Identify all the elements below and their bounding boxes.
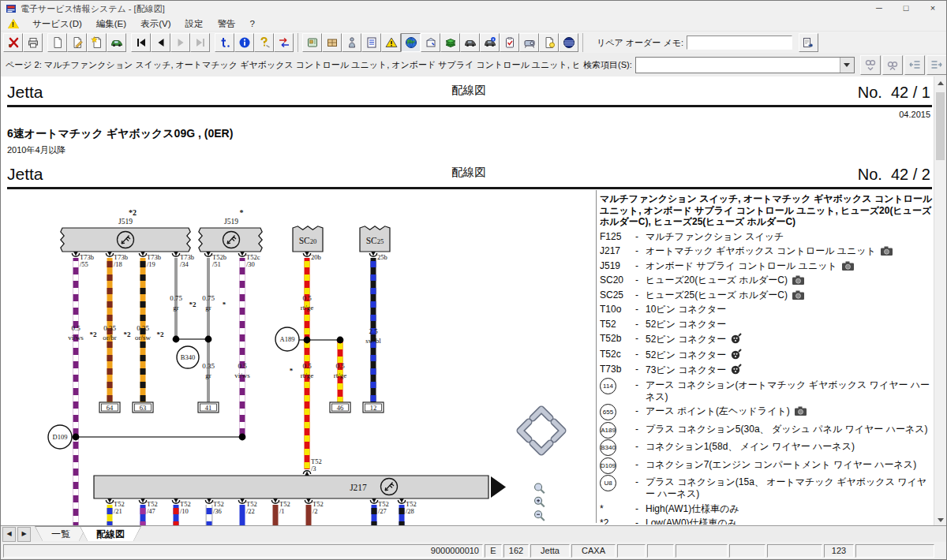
pin-T52-27[interactable] <box>370 498 377 503</box>
plug-icon[interactable] <box>730 349 742 360</box>
pin-T52-1[interactable] <box>271 498 279 503</box>
find-previous-button[interactable] <box>882 55 903 75</box>
toolbar-vehicle-id-card-button[interactable] <box>302 33 322 52</box>
toolbar-parts-catalog-button[interactable] <box>322 33 342 52</box>
toolbar-exit-button[interactable] <box>3 33 23 52</box>
camera-icon[interactable] <box>794 405 807 416</box>
minimize-button[interactable]: ─ <box>866 1 893 17</box>
svg-text:*: * <box>223 301 226 308</box>
pin-25b[interactable] <box>369 252 376 256</box>
svg-text:0.35: 0.35 <box>103 324 116 332</box>
pin-T52-2[interactable] <box>305 498 312 503</box>
diagram-pan-pad[interactable] <box>511 401 571 461</box>
memo-send-button[interactable] <box>799 33 818 52</box>
zoom-tool-icon <box>535 483 545 493</box>
menu-item-?[interactable]: ? <box>242 19 261 28</box>
toolbar-print-button[interactable] <box>23 33 43 52</box>
pin-T52-28[interactable] <box>398 498 405 503</box>
scrollbar-thumb[interactable] <box>936 92 945 160</box>
toolbar-checklist-button[interactable] <box>500 33 519 52</box>
pin-T52-47[interactable] <box>139 498 146 503</box>
jump-forward-button[interactable] <box>926 55 947 75</box>
legend-item-SC20: SC20-ヒューズ20(ヒューズ ホルダーC) <box>600 274 934 286</box>
toolbar-transfer-button[interactable] <box>274 33 294 52</box>
close-button[interactable]: × <box>919 1 946 17</box>
tab-scroll-right-button[interactable]: ▶ <box>17 527 31 542</box>
pin-T52-3[interactable] <box>303 471 310 476</box>
junction-dot <box>173 336 180 343</box>
camera-icon[interactable] <box>792 274 805 286</box>
toolbar-return-button[interactable] <box>215 33 234 52</box>
component-box-j519[interactable] <box>61 228 190 252</box>
pin-T73b-55[interactable] <box>72 252 79 256</box>
toolbar-component-box-button[interactable] <box>421 33 440 52</box>
toolbar-info-button[interactable] <box>234 33 254 52</box>
camera-icon[interactable] <box>841 260 855 271</box>
legend-item-F125: F125-マルチファンクション スイッチ <box>600 231 934 243</box>
component-box-j217[interactable] <box>94 476 506 498</box>
toolbar-wiring-diagram-mode-button[interactable] <box>401 33 421 52</box>
toolbar-vehicle-data-button[interactable] <box>107 33 126 52</box>
legend-text: ヒューズ25(ヒューズ ホルダーC) <box>646 289 934 301</box>
sheet-tab-inactive[interactable]: 一覧 <box>35 526 87 541</box>
camera-icon[interactable] <box>880 245 893 256</box>
pin-T73b-18[interactable] <box>106 252 113 256</box>
pin-T52b-51[interactable] <box>204 252 211 256</box>
toolbar-service-person-button[interactable] <box>342 33 361 52</box>
toolbar-labour-values-button[interactable] <box>440 33 460 52</box>
scroll-down-button[interactable] <box>934 513 946 526</box>
zoom-tools[interactable] <box>528 482 552 526</box>
pin-T73b-34[interactable] <box>172 252 179 256</box>
legend-dash: - <box>635 349 646 360</box>
toolbar-nav-next-button[interactable] <box>170 33 190 52</box>
svg-text:*2: *2 <box>157 330 165 338</box>
camera-icon[interactable] <box>792 289 805 301</box>
toolbar-web-sphere-button[interactable] <box>559 33 578 52</box>
toolbar-nav-first-button[interactable] <box>131 33 151 52</box>
maximize-button[interactable]: □ <box>893 1 919 17</box>
toolbar-vehicle-dark-button[interactable] <box>460 33 480 52</box>
svg-text:/47: /47 <box>147 507 155 515</box>
toolbar-vehicle-info-button[interactable] <box>480 33 500 52</box>
toolbar-warnings-button[interactable] <box>381 33 401 52</box>
toolbar-edit-document-button[interactable] <box>67 33 87 52</box>
sheet-tab-active[interactable]: 配線図 <box>80 526 141 541</box>
toolbar-nav-previous-button[interactable] <box>151 33 170 52</box>
toolbar-document-idea-button[interactable] <box>539 33 559 52</box>
pin-T52-22[interactable] <box>238 498 245 503</box>
combo-dropdown-button[interactable] <box>840 58 854 73</box>
menu-item-E[interactable]: 編集(E) <box>89 19 133 28</box>
search-combobox[interactable] <box>635 57 855 73</box>
pin-T52-21[interactable] <box>106 498 113 503</box>
toolbar-new-document-button[interactable] <box>47 33 67 52</box>
legend-ref: 114 <box>600 379 635 394</box>
toolbar-nav-last-button[interactable] <box>190 33 210 52</box>
find-next-button[interactable] <box>860 55 881 75</box>
menu-item-[interactable]: 設定 <box>178 19 210 28</box>
plug-icon[interactable] <box>730 333 742 345</box>
menu-item-[interactable]: 警告 <box>210 19 242 28</box>
plug-icon[interactable] <box>730 364 742 375</box>
pin-20b[interactable] <box>303 252 310 256</box>
menu-item-D[interactable]: サービス(D) <box>25 19 89 28</box>
component-box-j519[interactable] <box>199 228 262 252</box>
toolbar-new-entry-button[interactable] <box>87 33 107 52</box>
toolbar-help-button[interactable] <box>254 33 274 52</box>
pin-T52-10[interactable] <box>172 498 179 503</box>
pin-T52-36[interactable] <box>205 498 212 503</box>
menu-item-V[interactable]: 表示(V) <box>133 19 178 28</box>
wiring-diagram[interactable]: 6463414612J519*2J519*SC20SC25J217T73b/55… <box>44 190 597 525</box>
vertical-scrollbar[interactable] <box>934 77 946 526</box>
wire-sw-bl[interactable] <box>363 258 384 413</box>
scroll-up-button[interactable] <box>934 77 946 89</box>
toolbar-document-list-button[interactable] <box>361 33 381 52</box>
toolbar-projector-button[interactable] <box>519 33 539 52</box>
status-cell <box>729 544 765 558</box>
tab-scroll-left-button[interactable]: ◀ <box>2 527 16 542</box>
jump-back-button[interactable] <box>904 55 925 75</box>
pin-T73b-19[interactable] <box>139 252 146 256</box>
repair-order-memo-input[interactable] <box>687 35 792 50</box>
pin-T52c-30[interactable] <box>238 252 245 256</box>
svg-text:J519: J519 <box>118 218 133 226</box>
search-input[interactable] <box>636 58 840 73</box>
